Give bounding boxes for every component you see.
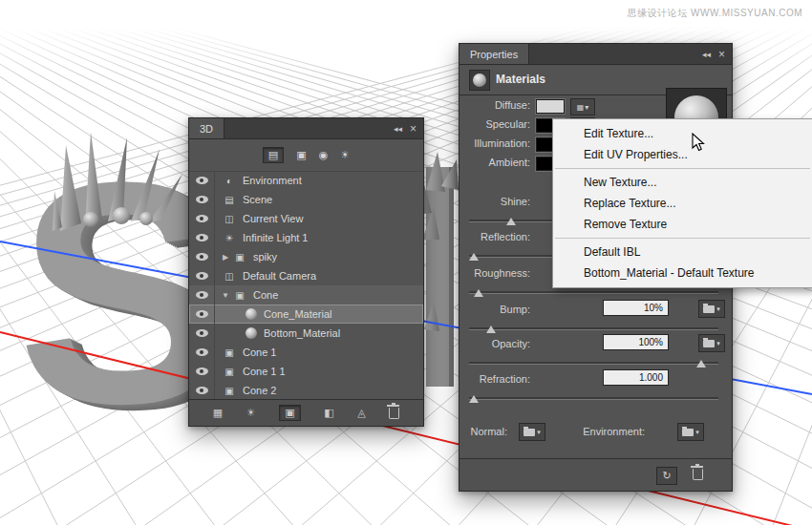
row-label: Cone (253, 289, 278, 301)
panel-title: Materials (496, 73, 545, 86)
shadows-icon[interactable]: ◧ (324, 407, 333, 419)
visibility-eye-icon[interactable] (189, 228, 215, 247)
filter-materials-icon[interactable]: ◉ (319, 149, 329, 161)
3d-row-cone-1[interactable]: ▣ Cone 1 (189, 343, 423, 362)
folder-icon (524, 429, 535, 436)
coordinates-icon[interactable]: ◬ (357, 407, 365, 419)
close-panel-icon[interactable]: × (410, 122, 417, 136)
visibility-eye-icon[interactable] (189, 247, 215, 266)
scene-icon: ▤ (223, 195, 236, 205)
visibility-eye-icon[interactable] (189, 343, 215, 362)
normal-texture-folder-button[interactable]: ▾ (519, 423, 545, 441)
3d-panel-toolbar: ▦ ☀ ▣ ◧ ◬ (189, 399, 423, 426)
menu-item-new-texture[interactable]: New Texture... (553, 172, 812, 193)
mesh-icon: ▣ (223, 386, 236, 396)
material-sphere-icon (469, 70, 490, 91)
filter-meshes-icon[interactable]: ▣ (296, 149, 306, 161)
3d-row-environment[interactable]: ◐ Environment (189, 171, 423, 190)
properties-tabbar: Properties ◂◂ × (459, 44, 732, 65)
bump-texture-folder-button[interactable]: ▾ (698, 300, 725, 318)
sync-views-icon[interactable]: ↻ (656, 467, 677, 485)
opacity-texture-folder-button[interactable]: ▾ (698, 334, 725, 352)
collapse-panel-icon[interactable]: ◂◂ (394, 124, 402, 134)
slider-thumb[interactable] (469, 253, 479, 261)
ground-plane-icon[interactable]: ▦ (213, 407, 223, 419)
roughness-slider[interactable] (469, 291, 718, 294)
roughness-label: Roughness: (459, 267, 530, 279)
menu-item-bottom-material-default-texture[interactable]: Bottom_Material - Default Texture (553, 262, 812, 284)
row-label: Cone 1 1 (243, 366, 286, 377)
slider-thumb[interactable] (696, 360, 706, 368)
mesh-icon: ▣ (223, 347, 236, 358)
environment-icon: ◐ (223, 176, 236, 186)
diffuse-label: Diffuse: (459, 99, 530, 111)
diffuse-color-swatch[interactable] (536, 99, 565, 114)
mesh-icon: ▣ (233, 290, 246, 301)
visibility-eye-icon[interactable] (189, 171, 215, 190)
3d-row-cone[interactable]: ▼ ▣ Cone (189, 285, 423, 304)
3d-row-default-camera[interactable]: ◫ Default Camera (189, 266, 423, 285)
folder-icon (703, 305, 715, 313)
refraction-slider[interactable] (469, 397, 718, 400)
opacity-value-field[interactable]: 100% (603, 334, 669, 350)
3d-row-current-view[interactable]: ◫ Current View (189, 209, 423, 228)
refraction-value-field[interactable]: 1.000 (603, 369, 669, 386)
specular-label: Specular: (459, 118, 530, 130)
row-label: Cone 1 (243, 346, 276, 358)
expand-expanded-icon[interactable]: ▼ (220, 291, 231, 300)
collapse-panel-icon[interactable]: ◂◂ (702, 50, 711, 59)
visibility-eye-icon[interactable] (189, 304, 215, 324)
spikes-cluster-icon (53, 124, 196, 237)
3d-row-scene[interactable]: ▤ Scene (189, 190, 423, 209)
visibility-eye-icon[interactable] (189, 209, 215, 228)
menu-item-edit-texture[interactable]: Edit Texture... (553, 123, 812, 144)
expand-collapsed-icon[interactable]: ▶ (220, 253, 231, 262)
render-settings-icon[interactable]: ▣ (279, 405, 300, 421)
menu-item-edit-uv-properties[interactable]: Edit UV Properties... (553, 144, 812, 165)
visibility-eye-icon[interactable] (189, 285, 215, 304)
opacity-slider[interactable] (469, 362, 718, 365)
filter-whole-scene-icon[interactable]: ▤ (263, 147, 284, 163)
tab-properties[interactable]: Properties (459, 44, 529, 64)
delete-icon[interactable] (693, 469, 703, 480)
environment-map-label: Environment: (574, 426, 645, 437)
bump-slider[interactable] (469, 327, 718, 330)
visibility-eye-icon[interactable] (189, 381, 215, 399)
properties-toolbar: ↻ (459, 458, 732, 491)
chevron-down-icon: ▾ (537, 429, 541, 436)
toggle-lights-icon[interactable]: ☀ (246, 407, 256, 419)
slider-thumb[interactable] (506, 218, 516, 225)
slider-thumb[interactable] (474, 289, 483, 297)
row-label: Environment (243, 175, 302, 186)
visibility-eye-icon[interactable] (189, 324, 215, 343)
slider-thumb[interactable] (486, 326, 496, 333)
visibility-eye-icon[interactable] (189, 266, 215, 285)
illumination-label: Illumination: (459, 137, 530, 149)
chevron-down-icon: ▾ (716, 305, 720, 313)
filter-lights-icon[interactable]: ☀ (340, 149, 350, 161)
menu-item-remove-texture[interactable]: Remove Texture (553, 214, 812, 235)
camera-icon: ◫ (223, 214, 236, 224)
menu-item-replace-texture[interactable]: Replace Texture... (553, 193, 812, 214)
3d-row-cone-1-1[interactable]: ▣ Cone 1 1 (189, 362, 423, 381)
bump-value-field[interactable]: 10% (603, 300, 669, 316)
tab-3d[interactable]: 3D (189, 118, 224, 138)
visibility-eye-icon[interactable] (189, 362, 215, 381)
row-label: Infinite Light 1 (243, 232, 309, 243)
3d-row-bottom-material[interactable]: Bottom_Material (189, 324, 423, 343)
environment-texture-folder-button[interactable]: ▾ (677, 423, 704, 441)
reflection-label: Reflection: (459, 231, 530, 242)
close-panel-icon[interactable]: × (718, 48, 725, 61)
3d-row-spiky[interactable]: ▶ ▣ spiky (189, 247, 423, 266)
ambient-label: Ambient: (459, 157, 530, 168)
row-label: Current View (243, 213, 303, 224)
refraction-label: Refraction: (459, 373, 530, 385)
delete-icon[interactable] (389, 408, 399, 419)
menu-item-default-ibl[interactable]: Default IBL (553, 242, 812, 262)
3d-row-cone-2[interactable]: ▣ Cone 2 (189, 381, 423, 399)
3d-row-cone-material[interactable]: Cone_Material (189, 304, 423, 324)
3d-row-infinite-light[interactable]: ☀ Infinite Light 1 (189, 228, 423, 247)
visibility-eye-icon[interactable] (189, 190, 215, 209)
slider-thumb[interactable] (469, 395, 479, 403)
diffuse-texture-button[interactable]: ▦ ▾ (570, 98, 595, 116)
